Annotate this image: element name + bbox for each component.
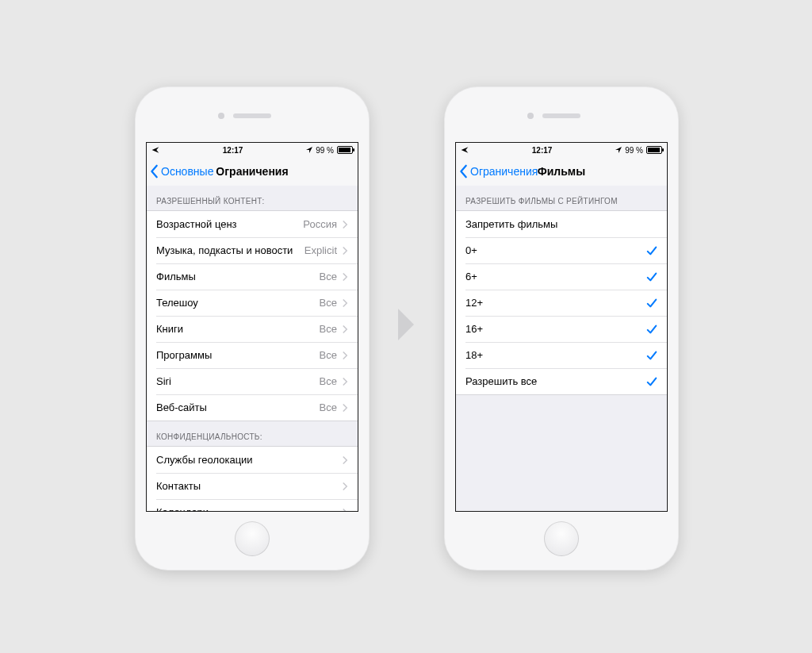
row-label: Календари [156,506,209,511]
row-value: Все [320,401,337,413]
airplane-mode-icon [151,146,159,154]
row-label: 6+ [465,271,477,282]
row-label: 18+ [465,349,483,361]
phone-camera [218,113,224,119]
checkmark-icon [646,271,657,282]
row-label: Книги [156,323,183,335]
row-value: Все [320,323,337,335]
chevron-right-icon [342,403,348,413]
row-label: Фильмы [156,271,196,282]
chevron-right-icon [342,246,348,255]
list-movie-ratings: Запретить фильмы0+6+12+16+18+Разрешить в… [456,210,667,395]
row-label: Запретить фильмы [465,218,557,230]
transition-arrow-icon [395,305,420,347]
row-label: Siri [156,375,171,387]
settings-row[interactable]: SiriВсе [147,368,358,394]
checkmark-icon [646,376,657,387]
section-header-privacy: КОНФИДЕНЦИАЛЬНОСТЬ: [147,421,358,446]
settings-row[interactable]: Веб-сайтыВсе [147,394,358,421]
checkmark-icon [646,245,657,256]
checkmark-icon [646,350,657,361]
chevron-right-icon [342,272,348,282]
list-privacy: Службы геолокацииКонтактыКалендариНапоми… [147,446,358,511]
battery-percentage: 99 % [625,146,643,155]
chevron-left-icon [459,164,469,179]
chevron-right-icon [342,455,348,465]
row-value: Все [320,271,337,282]
home-button[interactable] [544,521,579,556]
location-icon [306,146,312,155]
status-bar: 12:17 99 % [456,143,667,157]
status-time: 12:17 [223,146,243,155]
row-label: Контакты [156,480,201,492]
chevron-right-icon [342,351,348,360]
chevron-left-icon [150,164,159,179]
row-value: Все [320,375,337,387]
nav-back-button[interactable]: Ограничения [459,157,538,186]
row-label: 0+ [465,244,477,256]
row-label: 12+ [465,297,483,309]
row-label: Телешоу [156,297,198,309]
settings-row[interactable]: Музыка, подкасты и новостиExplicit [147,237,358,263]
row-value: Explicit [304,244,337,256]
battery-icon [337,146,353,154]
settings-row[interactable]: Службы геолокации [147,447,358,473]
screen-right: 12:17 99 % Ограничения Фильмы РАЗРЕШИТЬ … [455,142,668,512]
content-scroll[interactable]: РАЗРЕШЕННЫЙ КОНТЕНТ: Возрастной цензРосс… [147,186,358,511]
nav-title: Фильмы [538,165,585,178]
chevron-right-icon [342,220,348,229]
row-value: Все [320,349,337,361]
rating-row[interactable]: 18+ [456,342,667,368]
phone-speaker [233,113,271,118]
row-label: Программы [156,349,212,361]
rating-row[interactable]: 6+ [456,263,667,290]
nav-back-label: Ограничения [470,165,538,178]
status-bar: 12:17 99 % [147,143,358,157]
chevron-right-icon [342,298,348,308]
rating-row[interactable]: 0+ [456,237,667,263]
airplane-mode-icon [461,146,469,154]
settings-row[interactable]: ТелешоуВсе [147,290,358,316]
battery-icon [646,146,662,154]
screen-left: 12:17 99 % Основные Ограничения РАЗРЕШЕН… [146,142,358,512]
settings-row[interactable]: ФильмыВсе [147,263,358,290]
status-time: 12:17 [532,146,553,155]
rating-row[interactable]: Разрешить все [456,368,667,394]
settings-row[interactable]: Контакты [147,473,358,499]
rating-row[interactable]: 12+ [456,290,667,316]
list-allowed-content: Возрастной цензРоссияМузыка, подкасты и … [147,210,358,421]
phone-mockup-left: 12:17 99 % Основные Ограничения РАЗРЕШЕН… [135,86,370,570]
nav-bar: Ограничения Фильмы [456,157,667,186]
chevron-right-icon [342,508,348,512]
settings-row[interactable]: ПрограммыВсе [147,342,358,368]
row-label: 16+ [465,323,483,335]
settings-row[interactable]: КнигиВсе [147,316,358,342]
row-label: Музыка, подкасты и новости [156,244,293,256]
battery-percentage: 99 % [316,146,334,155]
nav-title: Ограничения [216,165,288,178]
chevron-right-icon [342,377,348,386]
nav-back-button[interactable]: Основные [150,157,213,186]
nav-back-label: Основные [161,165,213,178]
location-icon [615,146,622,155]
checkmark-icon [646,298,657,309]
section-header-allowed-content: РАЗРЕШЕННЫЙ КОНТЕНТ: [147,186,358,210]
chevron-right-icon [342,325,348,334]
phone-mockup-right: 12:17 99 % Ограничения Фильмы РАЗРЕШИТЬ … [444,86,679,570]
phone-camera [527,113,534,119]
row-label: Службы геолокации [156,454,253,466]
home-button[interactable] [235,521,270,556]
settings-row[interactable]: Календари [147,499,358,511]
row-label: Возрастной ценз [156,218,237,230]
settings-row[interactable]: Возрастной цензРоссия [147,211,358,237]
row-label: Веб-сайты [156,401,207,413]
content-scroll[interactable]: РАЗРЕШИТЬ ФИЛЬМЫ С РЕЙТИНГОМ Запретить ф… [456,186,667,511]
phone-speaker [542,113,580,118]
row-value: Все [320,297,337,309]
rating-row[interactable]: Запретить фильмы [456,211,667,237]
nav-bar: Основные Ограничения [147,157,358,186]
rating-row[interactable]: 16+ [456,316,667,342]
row-value: Россия [303,218,337,230]
checkmark-icon [646,324,657,335]
section-header-movie-ratings: РАЗРЕШИТЬ ФИЛЬМЫ С РЕЙТИНГОМ [456,186,667,210]
